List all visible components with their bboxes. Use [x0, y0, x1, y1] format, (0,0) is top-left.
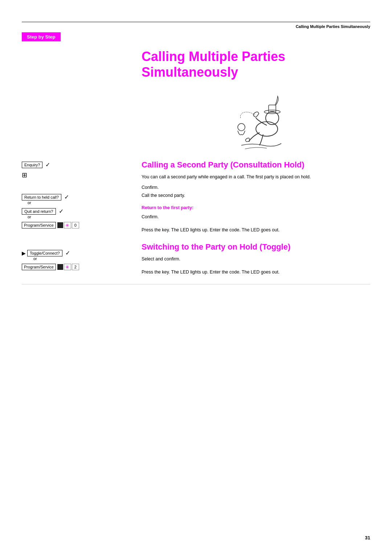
return-held-call-row: Return to held call? ✓ or	[22, 194, 131, 205]
toggle-connect-row: ▶ Toggle/Connect? ✓ or	[22, 250, 131, 261]
or-text-1: or	[28, 200, 31, 205]
banner-label: Step by Step	[27, 34, 56, 40]
main-content: Enquiry? ✓ ⊞ Return to held call? ✓ o	[0, 41, 392, 277]
section2-title: Switching to the Party on Hold (Toggle)	[142, 242, 370, 252]
prog-service-0-key: Program/Service	[22, 222, 56, 228]
prog-service-0-instruction: Press the key. The LED lights up. Enter …	[142, 227, 370, 234]
prog-service-0-desc: Press the key. The LED lights up. Enter …	[142, 227, 279, 234]
keypad-row: ⊞	[22, 171, 131, 179]
prog-service-2-instruction: Press the key. The LED lights up. Enter …	[142, 269, 370, 276]
right-column: Calling Multiple PartiesSimultaneously	[138, 41, 370, 277]
num-box-0: 0	[72, 222, 79, 228]
enquiry-instruction: Confirm.	[142, 185, 370, 191]
star-box-0: ✳	[64, 222, 71, 228]
enquiry-key: Enquiry?	[22, 162, 42, 168]
illustration	[216, 87, 296, 153]
header-title: Calling Multiple Parties Simultaneously	[0, 22, 392, 32]
led-block-0	[57, 222, 63, 228]
page-title: Calling Multiple PartiesSimultaneously	[142, 49, 370, 80]
section1-desc: You can call a second party while engage…	[142, 174, 370, 181]
illustration-svg	[216, 89, 296, 151]
bottom-rule	[22, 284, 370, 284]
keypad-icon: ⊞	[22, 171, 27, 179]
sub-heading-separator: Return to the first party:	[142, 204, 370, 210]
led-block-2	[57, 264, 63, 270]
prog-service-2-desc: Press the key. The LED lights up. Enter …	[142, 269, 279, 276]
top-rule	[22, 22, 370, 22]
toggle-connect-key: Toggle/Connect?	[27, 250, 62, 256]
or-text-2: or	[28, 215, 31, 219]
keypad-instruction: Call the second party.	[142, 193, 370, 199]
or-text-3: or	[33, 256, 37, 261]
section1-title: Calling a Second Party (Consultation Hol…	[142, 160, 370, 170]
quit-return-row: Quit and return? ✓ or	[22, 208, 131, 219]
quit-return-key: Quit and return?	[22, 208, 56, 215]
return-held-call-key: Return to held call?	[22, 194, 61, 200]
toggle-connect-check: ✓	[65, 250, 70, 256]
return-desc: Confirm.	[142, 214, 159, 220]
enquiry-check: ✓	[45, 161, 50, 168]
enquiry-row: Enquiry? ✓	[22, 161, 131, 168]
enquiry-desc: Confirm.	[142, 185, 159, 191]
num-box-2: 2	[72, 264, 79, 270]
quit-return-check: ✓	[59, 208, 64, 215]
return-held-call-check: ✓	[64, 194, 69, 200]
prog-service-2-row: Program/Service ✳ 2	[22, 264, 131, 270]
step-by-step-banner: Step by Step	[22, 32, 61, 41]
left-column: Enquiry? ✓ ⊞ Return to held call? ✓ o	[22, 41, 138, 277]
page-number: 31	[365, 535, 370, 540]
page-container: Calling Multiple Parties Simultaneously …	[0, 0, 392, 555]
toggle-desc: Select and confirm.	[142, 256, 180, 263]
prog-service-0-row: Program/Service ✳ 0	[22, 222, 131, 228]
svg-point-4	[238, 123, 245, 131]
return-instruction: Confirm.	[142, 214, 370, 220]
arrow-marker: ▶	[22, 250, 26, 256]
keypad-desc: Call the second party.	[142, 193, 185, 199]
prog-service-2-key: Program/Service	[22, 264, 56, 270]
star-box-2: ✳	[64, 264, 71, 270]
toggle-instruction: Select and confirm.	[142, 256, 370, 263]
sub-heading: Return to the first party:	[142, 205, 193, 210]
